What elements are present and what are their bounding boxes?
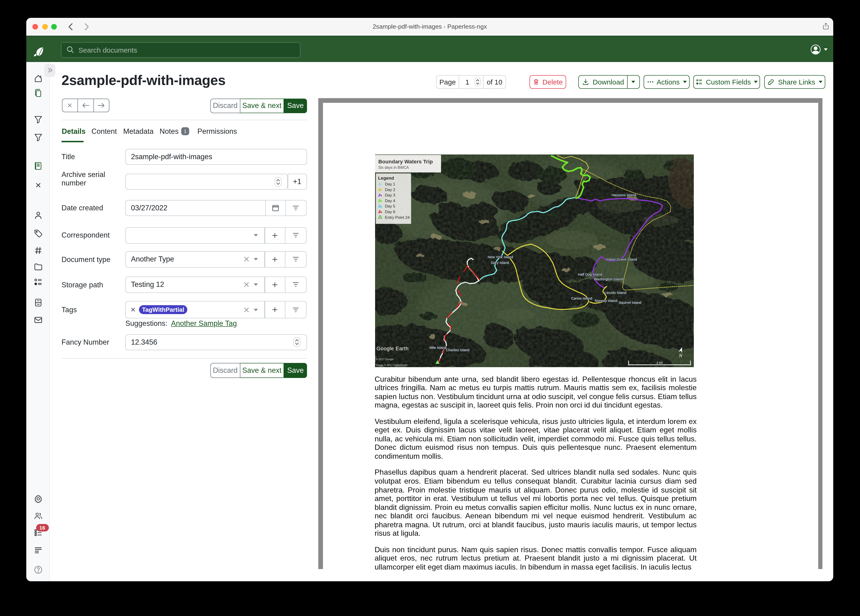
svg-text:Six days in BWCA: Six days in BWCA: [378, 165, 409, 170]
svg-text:Day 4: Day 4: [385, 199, 395, 203]
svg-text:New York Island: New York Island: [488, 255, 513, 259]
svg-text:Mile Island: Mile Island: [430, 346, 447, 350]
svg-text:Canoe Island: Canoe Island: [571, 296, 592, 300]
svg-text:N: N: [679, 353, 683, 358]
svg-text:Washington Island: Washington Island: [594, 277, 623, 281]
svg-text:Text: Text: [528, 285, 538, 291]
svg-text:Half Dog Island: Half Dog Island: [578, 272, 602, 276]
svg-text:Hausons Island: Hausons Island: [612, 193, 636, 197]
svg-text:Norway Island: Norway Island: [595, 299, 617, 303]
svg-text:Day 3: Day 3: [385, 193, 395, 197]
svg-text:Boundary Waters Trip: Boundary Waters Trip: [378, 159, 433, 165]
svg-text:© 2017 Google: © 2017 Google: [376, 358, 394, 361]
svg-text:Lincoln Island: Lincoln Island: [605, 291, 626, 295]
svg-text:Entry Point 24: Entry Point 24: [385, 215, 410, 220]
svg-text:Day 1: Day 1: [385, 182, 395, 186]
svg-text:3 mi: 3 mi: [656, 361, 662, 365]
svg-text:Charlies Island: Charlies Island: [446, 348, 469, 352]
svg-text:Gary Island: Gary Island: [491, 261, 509, 265]
svg-text:Indian Grave Island: Indian Grave Island: [606, 257, 637, 261]
svg-text:Image © 2017 DigitalGlobe: Image © 2017 DigitalGlobe: [376, 364, 408, 366]
svg-text:Day 6: Day 6: [385, 210, 395, 214]
svg-text:Squirrel Island: Squirrel Island: [618, 300, 641, 305]
svg-text:Day 5: Day 5: [385, 204, 395, 209]
svg-text:Day 2: Day 2: [385, 188, 395, 192]
svg-text:Google Earth: Google Earth: [377, 346, 409, 351]
svg-text:Legend: Legend: [378, 176, 394, 181]
